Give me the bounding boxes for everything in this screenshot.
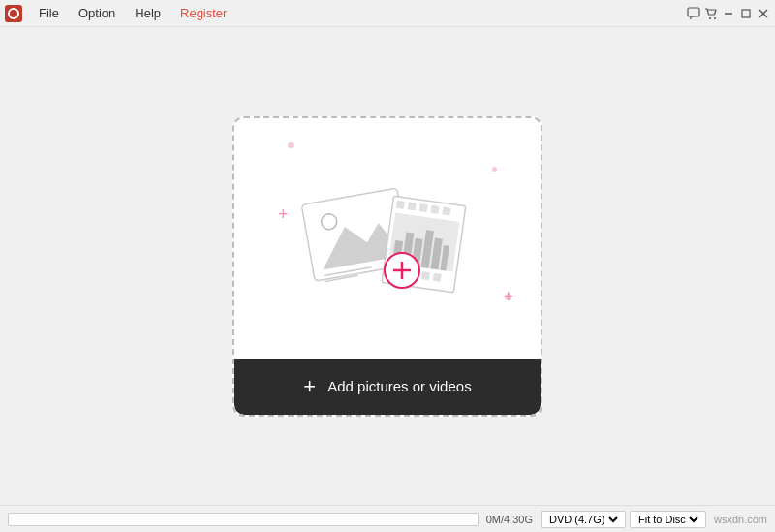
menu-option[interactable]: Option [69, 2, 125, 24]
svg-rect-31 [433, 272, 442, 281]
fit-mode-select[interactable]: Fit to Disc [635, 513, 701, 526]
menubar: File Option Help Register [0, 0, 775, 27]
add-media-button[interactable]: + Add pictures or videos [234, 359, 541, 415]
svg-rect-13 [396, 200, 405, 208]
fit-mode-dropdown[interactable]: Fit to Disc [630, 511, 706, 528]
svg-point-1 [709, 17, 711, 19]
svg-rect-16 [430, 204, 439, 213]
dropzone[interactable]: + + [232, 116, 542, 417]
window-controls [686, 6, 771, 21]
feedback-icon[interactable] [686, 6, 701, 21]
deco-plus-2: + [503, 288, 513, 305]
add-button-label: Add pictures or videos [327, 378, 471, 394]
media-illustration [291, 156, 484, 321]
minimize-icon[interactable] [721, 6, 736, 21]
svg-rect-15 [419, 203, 428, 212]
close-icon[interactable] [756, 6, 771, 21]
menu-register[interactable]: Register [170, 2, 236, 24]
main-content: + + [0, 27, 775, 505]
disc-size-label: 0M/4.30G [486, 514, 533, 525]
watermark-text: wsxdn.com [714, 514, 767, 525]
svg-rect-30 [421, 271, 430, 280]
svg-rect-0 [688, 8, 699, 16]
maximize-icon[interactable] [738, 6, 754, 21]
svg-rect-17 [442, 206, 450, 215]
menu-file[interactable]: File [29, 2, 69, 24]
menu-help[interactable]: Help [125, 2, 170, 24]
progress-bar [8, 513, 479, 526]
dropzone-illustration: + + [234, 118, 541, 359]
deco-dot-2 [492, 167, 497, 172]
deco-plus-1: + [278, 205, 289, 223]
statusbar: 0M/4.30G DVD (4.7G) Fit to Disc wsxdn.co… [0, 505, 775, 532]
app-icon [4, 4, 23, 23]
svg-rect-14 [408, 202, 417, 210]
dvd-type-select[interactable]: DVD (4.7G) [545, 513, 621, 526]
svg-rect-4 [742, 10, 750, 17]
deco-dot-1 [288, 142, 294, 148]
dvd-type-dropdown[interactable]: DVD (4.7G) [541, 511, 626, 528]
add-icon: + [303, 376, 316, 397]
cart-icon[interactable] [703, 6, 719, 21]
svg-point-2 [714, 17, 716, 19]
